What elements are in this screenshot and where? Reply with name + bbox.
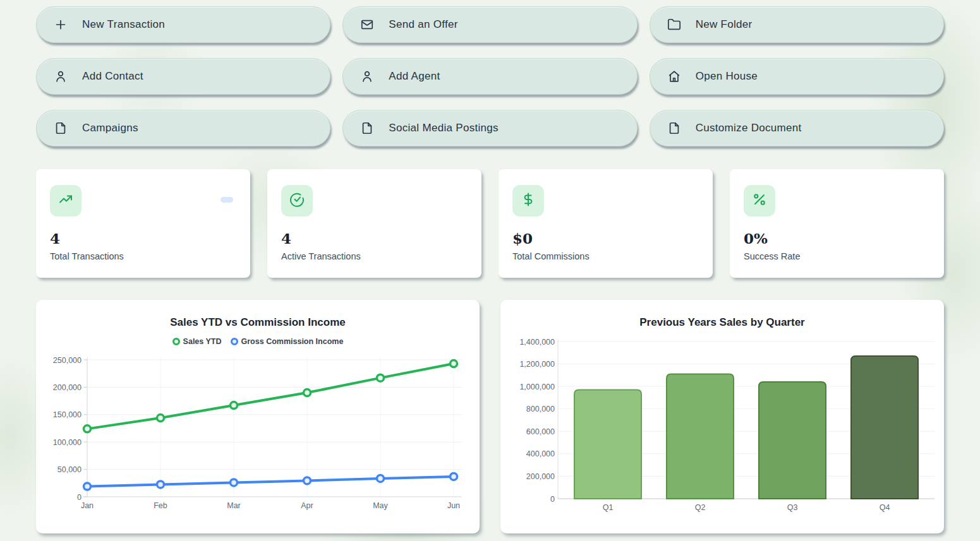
new-transaction-button[interactable]: New Transaction [36, 6, 330, 43]
dashboard-page: New Transaction Send an Offer New Folder… [0, 0, 980, 533]
quick-action-label: New Transaction [82, 18, 165, 31]
quick-action-label: Social Media Postings [389, 122, 499, 134]
svg-text:1,400,000: 1,400,000 [519, 338, 555, 347]
stat-icon-tile [744, 185, 775, 217]
svg-text:Q1: Q1 [603, 503, 614, 512]
plus-icon [54, 18, 68, 32]
file-icon [667, 121, 681, 135]
svg-text:250,000: 250,000 [53, 356, 82, 365]
svg-text:1,200,000: 1,200,000 [519, 360, 555, 369]
new-folder-button[interactable]: New Folder [650, 6, 944, 43]
quick-actions-grid: New Transaction Send an Offer New Folder… [36, 6, 944, 146]
legend-circle-icon [172, 338, 180, 345]
stat-icon-tile [50, 185, 82, 217]
legend-circle-icon [231, 338, 238, 345]
svg-text:Mar: Mar [227, 501, 241, 510]
quick-action-label: Add Contact [82, 70, 143, 83]
line-chart-svg: 050,000100,000150,000200,000250,000JanFe… [36, 350, 480, 515]
line-chart-title: Sales YTD vs Commission Income [36, 316, 480, 329]
svg-text:Feb: Feb [154, 501, 167, 510]
stat-label: Total Commissions [512, 251, 699, 261]
stat-card-success-rate: 0% Success Rate [730, 169, 944, 278]
svg-text:Jun: Jun [447, 501, 460, 510]
quick-action-label: Add Agent [389, 70, 440, 83]
person-icon [54, 69, 68, 83]
stat-value: $0 [512, 230, 699, 246]
quick-action-label: Open House [696, 70, 758, 83]
svg-text:1,000,000: 1,000,000 [519, 383, 555, 391]
person-icon [360, 69, 374, 83]
check-circle-icon [289, 192, 305, 210]
dollar-icon [521, 192, 536, 210]
folder-icon [667, 18, 681, 32]
svg-text:600,000: 600,000 [526, 427, 555, 436]
bar-chart-card: Previous Years Sales by Quarter 0200,000… [500, 300, 944, 533]
stat-value: 4 [281, 230, 468, 246]
stat-value: 4 [50, 230, 236, 246]
line-chart-card: Sales YTD vs Commission Income Sales YTD… [36, 300, 480, 533]
add-agent-button[interactable]: Add Agent [342, 58, 637, 95]
send-an-offer-button[interactable]: Send an Offer [342, 6, 637, 43]
legend-label: Sales YTD [183, 337, 222, 346]
customize-document-button[interactable]: Customize Document [650, 110, 944, 146]
svg-text:200,000: 200,000 [53, 383, 82, 392]
add-contact-button[interactable]: Add Contact [36, 58, 330, 95]
legend-item-gross-commission-income[interactable]: Gross Commission Income [231, 337, 344, 346]
svg-text:Q4: Q4 [880, 503, 890, 512]
trending-up-icon [58, 192, 73, 210]
svg-text:Jan: Jan [81, 501, 94, 510]
social-media-postings-button[interactable]: Social Media Postings [342, 110, 637, 146]
mail-icon [360, 18, 374, 32]
stat-icon-tile [281, 185, 313, 217]
line-chart-legend: Sales YTD Gross Commission Income [36, 337, 480, 346]
svg-text:50,000: 50,000 [57, 465, 82, 474]
stat-card-total-transactions: 4 Total Transactions [36, 169, 250, 278]
bar-chart-title: Previous Years Sales by Quarter [500, 316, 944, 329]
percent-icon [752, 192, 767, 210]
open-house-button[interactable]: Open House [650, 58, 944, 95]
svg-text:800,000: 800,000 [526, 405, 555, 413]
svg-text:Q3: Q3 [787, 503, 798, 512]
file-icon [54, 121, 68, 135]
svg-text:200,000: 200,000 [526, 472, 555, 481]
svg-text:Q2: Q2 [695, 503, 706, 512]
stat-label: Active Transactions [281, 251, 468, 261]
stat-card-total-commissions: $0 Total Commissions [499, 169, 713, 278]
charts-row: Sales YTD vs Commission Income Sales YTD… [36, 278, 944, 533]
quick-action-label: Campaigns [82, 122, 138, 134]
stat-value: 0% [744, 230, 930, 246]
stat-card-active-transactions: 4 Active Transactions [267, 169, 481, 278]
legend-label: Gross Commission Income [241, 337, 344, 346]
home-icon [667, 69, 681, 83]
file-icon [360, 121, 374, 135]
svg-text:150,000: 150,000 [53, 410, 82, 419]
svg-text:100,000: 100,000 [53, 438, 82, 447]
bar-chart-svg: 0200,000400,000600,000800,0001,000,0001,… [500, 333, 943, 517]
stat-label: Total Transactions [50, 251, 236, 261]
quick-action-label: Send an Offer [389, 18, 457, 31]
svg-text:400,000: 400,000 [526, 449, 555, 458]
stat-label: Success Rate [744, 251, 930, 261]
mini-badge [221, 197, 233, 203]
stat-icon-tile [512, 185, 544, 217]
svg-text:Apr: Apr [301, 501, 313, 510]
svg-text:0: 0 [550, 495, 555, 504]
campaigns-button[interactable]: Campaigns [36, 110, 330, 146]
stats-row: 4 Total Transactions 4 Active Transactio… [36, 146, 944, 278]
svg-text:0: 0 [77, 493, 82, 502]
svg-text:May: May [373, 501, 388, 510]
legend-item-sales-ytd[interactable]: Sales YTD [172, 337, 222, 346]
quick-action-label: New Folder [696, 18, 753, 31]
quick-action-label: Customize Document [696, 122, 802, 134]
